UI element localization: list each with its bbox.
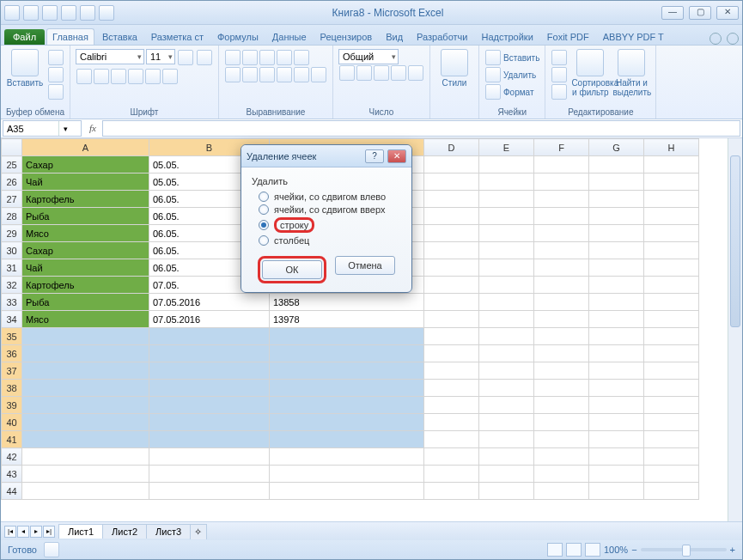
cell[interactable]: Рыба [22, 208, 149, 225]
font-color-icon[interactable] [162, 69, 178, 84]
cell[interactable] [149, 345, 270, 362]
cell[interactable] [644, 156, 699, 173]
cell[interactable] [270, 380, 424, 397]
cell[interactable]: 07.05.2016 [149, 294, 270, 311]
cell[interactable] [589, 380, 644, 397]
radio-entire-row[interactable]: строку [259, 217, 401, 233]
underline-icon[interactable] [111, 69, 126, 84]
cell[interactable] [149, 380, 270, 397]
indent-inc-icon[interactable] [294, 67, 309, 82]
new-sheet-icon[interactable]: ✧ [190, 524, 207, 539]
fill-icon[interactable] [551, 67, 567, 82]
cell[interactable] [424, 448, 479, 466]
number-format-combo[interactable]: Общий [338, 49, 399, 64]
row-header[interactable]: 25 [2, 156, 22, 173]
scrollbar-thumb[interactable] [730, 155, 740, 327]
zoom-slider[interactable] [641, 548, 727, 551]
cell[interactable] [479, 225, 534, 242]
cell[interactable] [270, 483, 424, 500]
maximize-button[interactable]: ▢ [689, 6, 711, 20]
cell[interactable] [479, 259, 534, 277]
insert-cells-label[interactable]: Вставить [503, 53, 539, 63]
cell[interactable] [589, 173, 644, 191]
cell[interactable] [479, 448, 534, 466]
name-box[interactable]: ▾ [3, 120, 82, 137]
normal-view-icon[interactable] [547, 543, 563, 557]
tab-pagelayout[interactable]: Разметка ст [145, 28, 210, 45]
cell[interactable]: Картофель [22, 191, 149, 208]
cell[interactable] [534, 328, 589, 345]
cell[interactable] [424, 362, 479, 380]
cell[interactable] [644, 362, 699, 380]
cell[interactable] [589, 328, 644, 345]
prev-sheet-icon[interactable]: ◂ [17, 526, 29, 538]
indent-dec-icon[interactable] [277, 67, 292, 82]
cell[interactable] [534, 414, 589, 431]
cell[interactable] [479, 362, 534, 380]
cell[interactable] [644, 294, 699, 311]
close-button[interactable]: ✕ [716, 6, 739, 20]
cell[interactable] [424, 345, 479, 362]
align-middle-icon[interactable] [242, 50, 258, 65]
cell[interactable]: Картофель [22, 277, 149, 294]
font-name-combo[interactable]: Calibri [76, 49, 144, 64]
insert-cells-icon[interactable] [485, 50, 501, 65]
cell[interactable] [22, 328, 149, 345]
cell[interactable] [534, 225, 589, 242]
cell[interactable] [424, 483, 479, 500]
currency-icon[interactable] [339, 65, 355, 81]
row-header[interactable]: 39 [2, 397, 22, 414]
row-header[interactable]: 29 [2, 225, 22, 242]
cell[interactable] [22, 345, 149, 362]
cell[interactable] [479, 414, 534, 431]
cell[interactable] [589, 466, 644, 483]
merge-icon[interactable] [311, 67, 326, 82]
fx-icon[interactable]: fx [83, 119, 102, 137]
cell[interactable] [589, 483, 644, 500]
page-layout-view-icon[interactable] [566, 543, 582, 557]
cell[interactable] [22, 483, 149, 500]
cell[interactable] [534, 345, 589, 362]
redo-icon[interactable] [61, 5, 76, 21]
dialog-title-bar[interactable]: Удаление ячеек ? ✕ [241, 145, 411, 167]
cell[interactable] [534, 466, 589, 483]
cell[interactable] [424, 397, 479, 414]
font-size-combo[interactable]: 11 [146, 49, 175, 64]
help-icon[interactable] [727, 33, 739, 45]
cell[interactable] [534, 431, 589, 448]
delete-cells-icon[interactable] [485, 67, 501, 82]
formula-input[interactable] [102, 120, 740, 137]
shrink-font-icon[interactable] [197, 50, 212, 65]
page-break-view-icon[interactable] [585, 543, 600, 557]
align-top-icon[interactable] [225, 50, 241, 65]
radio-shift-left[interactable]: ячейки, со сдвигом влево [259, 192, 401, 202]
tab-developer[interactable]: Разработчи [411, 28, 473, 45]
align-left-icon[interactable] [225, 67, 241, 82]
tab-home[interactable]: Главная [46, 28, 94, 45]
tab-insert[interactable]: Вставка [96, 28, 143, 45]
cell[interactable]: Сахар [22, 242, 149, 259]
row-header[interactable]: 30 [2, 242, 22, 259]
align-center-icon[interactable] [242, 67, 258, 82]
cell[interactable]: Мясо [22, 225, 149, 242]
cell[interactable] [534, 294, 589, 311]
row-header[interactable]: 32 [2, 277, 22, 294]
copy-icon[interactable] [48, 67, 64, 82]
cell[interactable] [479, 242, 534, 259]
dec-decimal-icon[interactable] [408, 65, 423, 81]
cell[interactable] [589, 431, 644, 448]
cell[interactable] [589, 311, 644, 328]
cell[interactable] [644, 328, 699, 345]
find-select-button[interactable]: Найти и выделить [612, 49, 650, 97]
row-header[interactable]: 35 [2, 328, 22, 345]
cell[interactable] [644, 483, 699, 500]
cell[interactable] [589, 156, 644, 173]
paste-button[interactable]: Вставить [6, 49, 44, 88]
tab-addins[interactable]: Надстройки [475, 28, 539, 45]
cell[interactable] [424, 466, 479, 483]
cell[interactable]: Сахар [22, 156, 149, 173]
cell[interactable] [589, 294, 644, 311]
cell[interactable] [22, 448, 149, 466]
select-all-cell[interactable] [2, 139, 22, 156]
macro-record-icon[interactable] [44, 542, 59, 557]
